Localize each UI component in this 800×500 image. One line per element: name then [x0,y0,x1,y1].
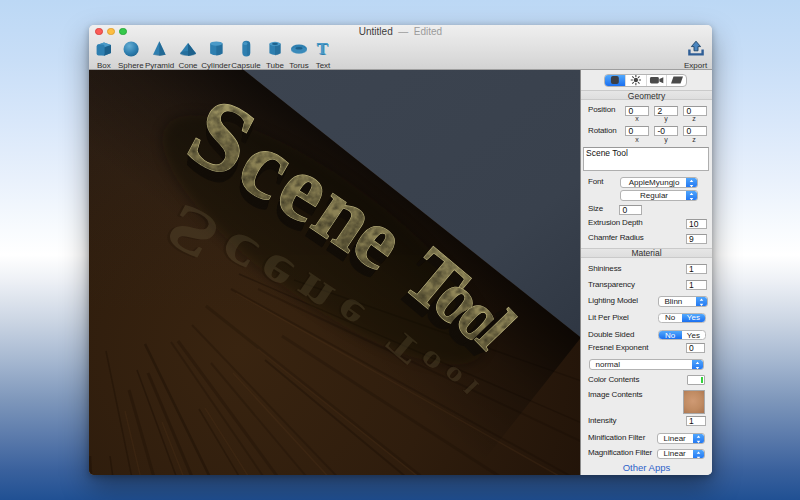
svg-text:T: T [317,39,329,58]
